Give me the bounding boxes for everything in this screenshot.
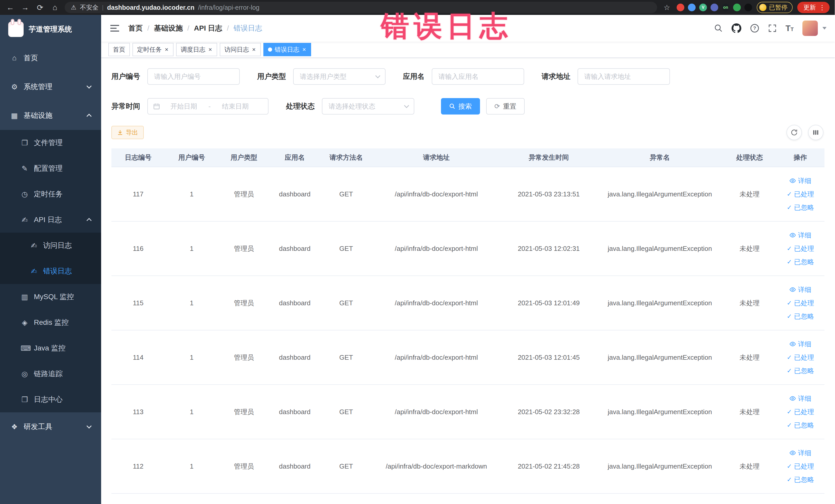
back-icon[interactable]: ← bbox=[5, 3, 15, 12]
url-path: /infra/log/api-error-log bbox=[198, 4, 260, 11]
menu-icon: ❒ bbox=[21, 396, 29, 404]
action-detail[interactable]: 详细 bbox=[776, 337, 824, 351]
end-date-input[interactable] bbox=[213, 99, 258, 114]
action-ignored[interactable]: ✓ 已忽略 bbox=[776, 419, 824, 432]
menu-label: MySQL 监控 bbox=[34, 292, 74, 302]
action-ignored[interactable]: ✓ 已忽略 bbox=[776, 473, 824, 486]
menu-label: API 日志 bbox=[34, 215, 62, 225]
user-id-label: 用户编号 bbox=[111, 72, 140, 81]
sidebar-item[interactable]: ▥ MySQL 监控 bbox=[0, 284, 101, 310]
app-name-input[interactable] bbox=[432, 69, 524, 84]
active-dot-icon bbox=[268, 47, 272, 52]
sidebar-item[interactable]: ◎ 链路追踪 bbox=[0, 361, 101, 387]
sidebar-item[interactable]: ⌨ Java 监控 bbox=[0, 335, 101, 361]
process-status-select[interactable]: 请选择处理状态 bbox=[322, 98, 414, 115]
extension-vue-devtools[interactable]: V bbox=[699, 4, 707, 11]
forward-icon[interactable]: → bbox=[20, 3, 30, 12]
breadcrumb-item[interactable]: 首页 bbox=[128, 23, 143, 33]
help-icon[interactable]: ? bbox=[750, 24, 759, 33]
action-processed[interactable]: ✓ 已处理 bbox=[776, 296, 824, 310]
extension-pin[interactable] bbox=[745, 4, 752, 11]
breadcrumb-item[interactable]: 错误日志 bbox=[233, 23, 262, 33]
action-processed[interactable]: ✓ 已处理 bbox=[776, 242, 824, 255]
extension-dot-green[interactable] bbox=[733, 4, 741, 11]
chevron-icon bbox=[86, 114, 91, 119]
browser-menu-icon[interactable]: ⋮ bbox=[819, 4, 826, 12]
action-processed[interactable]: ✓ 已处理 bbox=[776, 460, 824, 473]
request-url-input[interactable] bbox=[578, 69, 669, 84]
home-icon[interactable]: ⌂ bbox=[50, 3, 60, 12]
close-icon[interactable]: × bbox=[164, 46, 169, 53]
tab[interactable]: 访问日志 × bbox=[220, 43, 261, 56]
tab[interactable]: 错误日志 × bbox=[263, 43, 311, 56]
sidebar-item[interactable]: ❒ 日志中心 bbox=[0, 387, 101, 412]
fullscreen-icon[interactable] bbox=[768, 24, 777, 33]
breadcrumb-item[interactable]: 基础设施 bbox=[154, 23, 183, 33]
start-date-input[interactable] bbox=[161, 99, 206, 114]
font-size-icon[interactable]: TT bbox=[786, 24, 794, 33]
user-type-label: 用户类型 bbox=[257, 72, 286, 81]
sidebar-item[interactable]: ▦ 基础设施 bbox=[0, 101, 101, 130]
sidebar-item[interactable]: ✍ 错误日志 bbox=[0, 258, 101, 284]
sidebar-item[interactable]: ⌂ 首页 bbox=[0, 44, 101, 73]
sidebar-item[interactable]: ✎ 配置管理 bbox=[0, 156, 101, 181]
date-range-picker[interactable]: - bbox=[147, 98, 268, 115]
cell-method: GET bbox=[320, 385, 372, 439]
column-header: 请求地址 bbox=[372, 148, 501, 167]
cell-status: 未处理 bbox=[723, 439, 776, 493]
action-processed[interactable]: ✓ 已处理 bbox=[776, 187, 824, 201]
reset-button[interactable]: ⟳ 重置 bbox=[486, 98, 525, 115]
action-detail[interactable]: 详细 bbox=[776, 228, 824, 242]
tab[interactable]: 定时任务 × bbox=[133, 43, 174, 56]
menu-label: 系统管理 bbox=[24, 82, 53, 92]
profile-paused-badge[interactable]: 已暂停 bbox=[757, 2, 793, 13]
cell-user-type: 管理员 bbox=[219, 439, 269, 493]
extension-dot-blue[interactable] bbox=[688, 4, 696, 11]
search-button[interactable]: 搜索 bbox=[441, 98, 480, 115]
sidebar-item[interactable]: ❐ 文件管理 bbox=[0, 130, 101, 156]
reload-icon[interactable]: ⟳ bbox=[35, 3, 45, 12]
export-button[interactable]: 导出 bbox=[111, 126, 144, 139]
action-processed[interactable]: ✓ 已处理 bbox=[776, 351, 824, 364]
sidebar-item[interactable]: ◈ Redis 监控 bbox=[0, 310, 101, 335]
url-bar[interactable]: ⚠ 不安全 | dashboard.yudao.iocoder.cn/infra… bbox=[65, 2, 657, 13]
github-icon[interactable] bbox=[732, 23, 741, 33]
user-type-select[interactable]: 请选择用户类型 bbox=[293, 68, 386, 85]
action-ignored[interactable]: ✓ 已忽略 bbox=[776, 364, 824, 378]
action-ignored[interactable]: ✓ 已忽略 bbox=[776, 201, 824, 214]
refresh-table-button[interactable] bbox=[787, 125, 802, 140]
sidebar-item[interactable]: ◷ 定时任务 bbox=[0, 181, 101, 207]
sidebar-item[interactable]: ✍ API 日志 bbox=[0, 207, 101, 233]
sidebar-item[interactable]: ⚙ 系统管理 bbox=[0, 73, 101, 101]
filter-row-2: 异常时间 - 处理状态 请选择处理状态 bbox=[111, 98, 824, 115]
app-logo[interactable]: 芋道管理系统 bbox=[0, 15, 101, 44]
close-icon[interactable]: × bbox=[302, 46, 306, 53]
search-icon[interactable] bbox=[714, 24, 723, 33]
user-id-input[interactable] bbox=[148, 69, 239, 84]
action-detail[interactable]: 详细 bbox=[776, 392, 824, 405]
extension-dot-indigo[interactable] bbox=[711, 4, 718, 11]
close-icon[interactable]: × bbox=[251, 46, 256, 53]
tab[interactable]: 首页 bbox=[108, 43, 130, 56]
breadcrumb-item[interactable]: API 日志 bbox=[194, 23, 222, 33]
user-avatar[interactable] bbox=[802, 21, 818, 36]
sidebar-item[interactable]: ❖ 研发工具 bbox=[0, 412, 101, 441]
action-detail[interactable]: 详细 bbox=[776, 446, 824, 460]
action-ignored[interactable]: ✓ 已忽略 bbox=[776, 310, 824, 323]
bookmark-star-icon[interactable]: ☆ bbox=[662, 3, 672, 12]
menu-icon: ◎ bbox=[21, 370, 29, 378]
tab[interactable]: 调度日志 × bbox=[176, 43, 217, 56]
action-detail[interactable]: 详细 bbox=[776, 174, 824, 187]
avatar-caret-icon[interactable] bbox=[822, 27, 827, 29]
extension-dot-red[interactable] bbox=[677, 4, 684, 11]
action-processed[interactable]: ✓ 已处理 bbox=[776, 405, 824, 419]
column-settings-button[interactable] bbox=[808, 125, 823, 140]
cell-user-type: 管理员 bbox=[219, 221, 269, 276]
action-detail[interactable]: 详细 bbox=[776, 283, 824, 296]
update-button[interactable]: 更新 ⋮ bbox=[797, 2, 830, 13]
sidebar-item[interactable]: ✍ 访问日志 bbox=[0, 233, 101, 258]
action-ignored[interactable]: ✓ 已忽略 bbox=[776, 255, 824, 268]
hamburger-icon[interactable] bbox=[109, 23, 120, 34]
extension-on-badge[interactable]: on bbox=[722, 4, 730, 11]
close-icon[interactable]: × bbox=[208, 46, 212, 53]
